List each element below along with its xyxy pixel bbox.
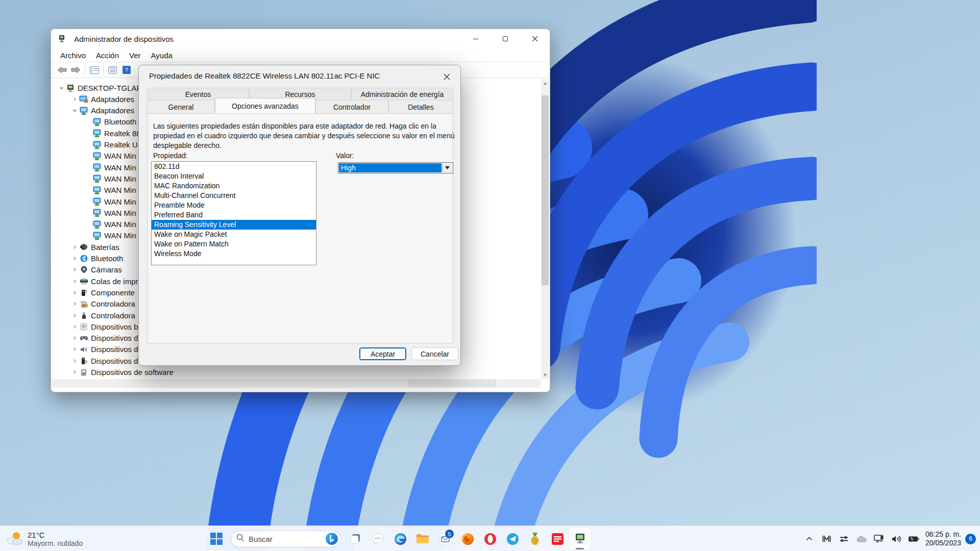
property-list-item[interactable]: Wake on Pattern Match <box>152 239 316 249</box>
sliders-tray-icon[interactable] <box>836 530 853 547</box>
property-list-item[interactable]: Beacon Interval <box>152 171 316 181</box>
console-tree-icon[interactable] <box>87 64 101 77</box>
device-manager-button[interactable] <box>569 528 591 550</box>
tree-row[interactable]: Dispositivos b <box>71 321 138 332</box>
scroll-up-icon[interactable]: ▲ <box>541 79 549 87</box>
tree-row[interactable]: WAN Min <box>84 196 136 207</box>
ethernet-display-icon[interactable] <box>870 530 888 547</box>
chevron-right-icon[interactable] <box>71 279 78 284</box>
property-list-item[interactable]: Wake on Magic Packet <box>152 230 316 239</box>
tree-row[interactable]: WAN Min <box>84 207 136 218</box>
chat-button[interactable] <box>366 528 389 550</box>
tab-controlador[interactable]: Controlador <box>315 100 388 113</box>
file-explorer-button[interactable] <box>411 528 434 550</box>
dialog-close-icon[interactable] <box>440 70 453 83</box>
notification-badge[interactable]: 6 <box>965 534 976 544</box>
m-bars-tray-icon[interactable] <box>818 530 836 547</box>
tree-row[interactable]: WAN Min <box>84 185 136 196</box>
property-list-item[interactable]: Roaming Sensitivity Level <box>152 220 316 230</box>
onedrive-cloud-icon[interactable] <box>853 530 870 547</box>
chevron-right-icon[interactable] <box>71 336 78 340</box>
tab-general[interactable]: General <box>147 100 215 113</box>
start-button[interactable] <box>205 528 228 550</box>
property-list-item[interactable]: Wireless Mode <box>152 249 316 259</box>
property-list-item[interactable]: MAC Randomization <box>152 181 316 191</box>
chevron-right-icon[interactable] <box>71 245 78 249</box>
tree-row[interactable]: Componente <box>71 287 135 298</box>
back-arrow-icon[interactable] <box>55 64 69 77</box>
value-combobox[interactable]: High <box>338 162 453 173</box>
clock[interactable]: 06:25 p. m. 20/05/2023 <box>925 530 961 547</box>
minimize-button[interactable] <box>461 29 491 48</box>
tree-row[interactable]: WAN Min <box>84 162 136 173</box>
tree-row[interactable]: Bluetooth <box>84 116 136 128</box>
tree-row[interactable]: Colas de impr <box>71 276 138 287</box>
tree-row[interactable]: Adaptadores <box>71 93 134 105</box>
chevron-right-icon[interactable] <box>71 97 78 102</box>
tree-row[interactable]: WAN Min <box>84 230 136 241</box>
title-bar[interactable]: Administrador de dispositivos <box>51 29 550 48</box>
tree-row[interactable]: WAN Min <box>84 219 136 230</box>
property-list-item[interactable]: 802.11d <box>152 162 316 171</box>
tab-opciones-avanzadas[interactable]: Opciones avanzadas <box>215 98 315 113</box>
properties-icon[interactable] <box>106 64 119 77</box>
tree-row[interactable]: Baterías <box>71 241 119 253</box>
combobox-dropdown-button[interactable] <box>442 163 452 172</box>
tree-row[interactable]: Adaptadores <box>71 105 134 116</box>
tree-row[interactable]: DESKTOP-TGLAR5 <box>58 82 146 93</box>
chevron-right-icon[interactable] <box>71 370 78 374</box>
chevron-right-icon[interactable] <box>71 313 78 318</box>
edge-button[interactable] <box>389 528 411 550</box>
mail-button[interactable]: 5 <box>434 528 456 550</box>
pineapple-app-button[interactable] <box>524 528 546 550</box>
tree-row[interactable]: Dispositivos de software <box>71 367 174 378</box>
help-icon[interactable]: ? <box>119 64 133 77</box>
tree-row[interactable]: Dispositivos d <box>71 333 138 344</box>
chevron-right-icon[interactable] <box>71 302 78 306</box>
search-bar[interactable]: Buscar <box>231 531 341 547</box>
tree-row[interactable]: Controladora <box>71 298 135 310</box>
bing-ball-icon[interactable] <box>325 532 338 545</box>
tree-row[interactable]: Cámaras <box>71 264 122 276</box>
cancel-button[interactable]: Cancelar <box>411 347 458 360</box>
battery-charging-icon[interactable] <box>905 530 922 547</box>
chevron-right-icon[interactable] <box>71 290 78 295</box>
chevron-right-icon[interactable] <box>71 359 78 363</box>
menu-item-archivo[interactable]: Archivo <box>55 49 91 61</box>
weather-widget[interactable]: 21°C Mayorm. nublado <box>5 526 83 551</box>
dialog-title-bar[interactable]: Propiedades de Realtek 8822CE Wireless L… <box>139 65 460 86</box>
chevron-down-icon[interactable] <box>58 86 65 90</box>
tree-row[interactable]: WAN Min <box>84 173 136 184</box>
property-list-item[interactable]: Preferred Band <box>152 210 316 220</box>
vertical-scrollbar[interactable]: ▲ ▼ <box>541 79 549 379</box>
chevron-down-icon[interactable] <box>71 108 78 113</box>
chevron-up-icon[interactable] <box>801 530 818 547</box>
scroll-down-icon[interactable]: ▼ <box>541 371 549 379</box>
property-list-item[interactable]: Preamble Mode <box>152 201 316 210</box>
forward-arrow-icon[interactable] <box>69 64 83 77</box>
chevron-right-icon[interactable] <box>71 324 78 329</box>
menu-item-ver[interactable]: Ver <box>124 49 146 61</box>
horizontal-scrollbar-thumb[interactable] <box>409 380 496 387</box>
tree-row[interactable]: Realtek 88 <box>84 128 141 139</box>
horizontal-scrollbar[interactable] <box>52 379 541 388</box>
chevron-right-icon[interactable] <box>71 267 78 272</box>
chevron-right-icon[interactable] <box>71 256 78 261</box>
maximize-button[interactable] <box>491 29 520 48</box>
task-view-button[interactable] <box>344 528 366 550</box>
tab-detalles[interactable]: Detalles <box>388 100 453 113</box>
tree-row[interactable]: Realtek U <box>84 139 138 151</box>
menu-item-ayuda[interactable]: Ayuda <box>146 49 178 61</box>
property-listbox[interactable]: 802.11dBeacon IntervalMAC RandomizationM… <box>151 161 316 265</box>
tab-administraci-n-de-energ-a[interactable]: Administración de energía <box>351 88 453 100</box>
tree-row[interactable]: Dispositivos d <box>71 344 138 355</box>
property-list-item[interactable]: Multi-Channel Concurrent <box>152 191 316 201</box>
close-button[interactable] <box>520 29 550 48</box>
vertical-scrollbar-thumb[interactable] <box>542 95 549 285</box>
menu-item-accin[interactable]: Acción <box>91 49 124 61</box>
chevron-right-icon[interactable] <box>71 347 78 352</box>
opera-button[interactable] <box>479 528 501 550</box>
tree-row[interactable]: Bluetooth <box>71 253 123 264</box>
accept-button[interactable]: Aceptar <box>359 347 406 360</box>
red-app-button[interactable] <box>546 528 569 550</box>
